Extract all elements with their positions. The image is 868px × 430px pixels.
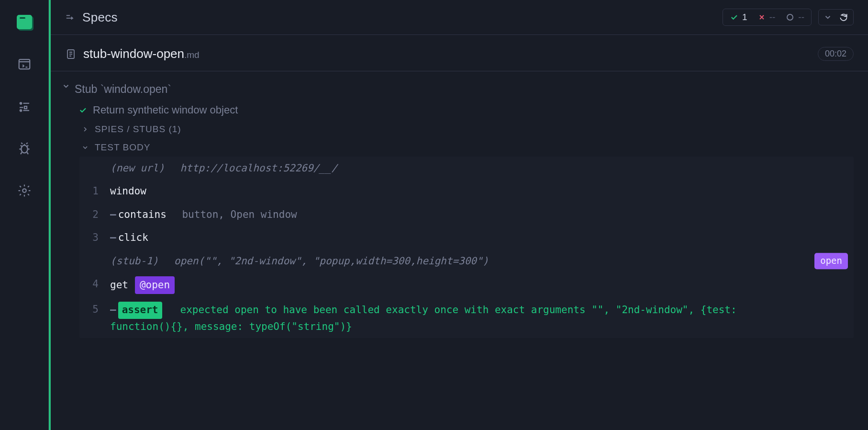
- chevron-down-icon: [61, 82, 71, 91]
- reload-icon[interactable]: [839, 12, 848, 22]
- log-cmd-3[interactable]: 3 –click: [79, 226, 854, 249]
- stat-failed: --: [758, 12, 776, 23]
- stub-name-badge: open: [814, 253, 848, 269]
- svg-point-5: [22, 189, 26, 192]
- breadcrumb-title[interactable]: Specs: [82, 10, 118, 25]
- settings-tab-icon[interactable]: [17, 183, 32, 198]
- chevron-right-icon: [80, 125, 90, 133]
- svg-point-2: [20, 110, 22, 112]
- main-panel: Specs 1 -- -- stub-window-op: [49, 0, 868, 430]
- file-icon: [65, 48, 77, 60]
- svg-point-6: [787, 14, 793, 20]
- reporter-body: Stub `window.open` Return synthetic wind…: [51, 71, 868, 338]
- chevron-down-icon: [80, 144, 90, 151]
- alias-pill: @open: [135, 276, 175, 294]
- breadcrumb-icon: [65, 12, 76, 23]
- runs-tab-icon[interactable]: [17, 99, 32, 114]
- spec-file-row: stub-window-open.md 00:02: [51, 35, 868, 71]
- command-log: . (new url) http://localhost:52269/__/ 1…: [79, 157, 854, 338]
- log-cmd-5[interactable]: 5 –assert expected open to have been cal…: [79, 298, 854, 338]
- specs-tab-icon[interactable]: [17, 57, 32, 72]
- logo[interactable]: [17, 14, 32, 30]
- svg-rect-0: [19, 59, 30, 69]
- run-controls[interactable]: [818, 9, 854, 25]
- chevron-down-icon: [823, 13, 832, 22]
- check-icon: [78, 106, 87, 114]
- stat-pending: --: [786, 12, 804, 23]
- test-body-section-toggle[interactable]: TEST BODY: [58, 142, 854, 153]
- duration-pill: 00:02: [818, 47, 854, 61]
- test-stats: 1 -- --: [723, 9, 812, 26]
- log-new-url[interactable]: . (new url) http://localhost:52269/__/: [79, 157, 854, 180]
- sidebar: [0, 0, 49, 430]
- svg-rect-3: [24, 106, 27, 109]
- assert-pill: assert: [118, 302, 162, 319]
- spies-section-toggle[interactable]: SPIES / STUBS (1): [58, 124, 854, 135]
- describe-row[interactable]: Stub `window.open`: [58, 79, 854, 100]
- log-cmd-2[interactable]: 2 –contains button, Open window: [79, 203, 854, 226]
- topbar: Specs 1 -- --: [51, 0, 868, 35]
- test-row[interactable]: Return synthetic window object: [58, 104, 854, 116]
- stat-passed: 1: [730, 12, 747, 23]
- log-cmd-4[interactable]: 4 get @open: [79, 272, 854, 298]
- svg-point-1: [20, 102, 22, 104]
- debug-tab-icon[interactable]: [17, 141, 32, 156]
- spec-file-name: stub-window-open.md: [83, 46, 200, 61]
- log-stub[interactable]: . (stub-1) open("", "2nd-window", "popup…: [79, 249, 854, 273]
- log-cmd-1[interactable]: 1 window: [79, 180, 854, 203]
- svg-point-4: [21, 145, 27, 153]
